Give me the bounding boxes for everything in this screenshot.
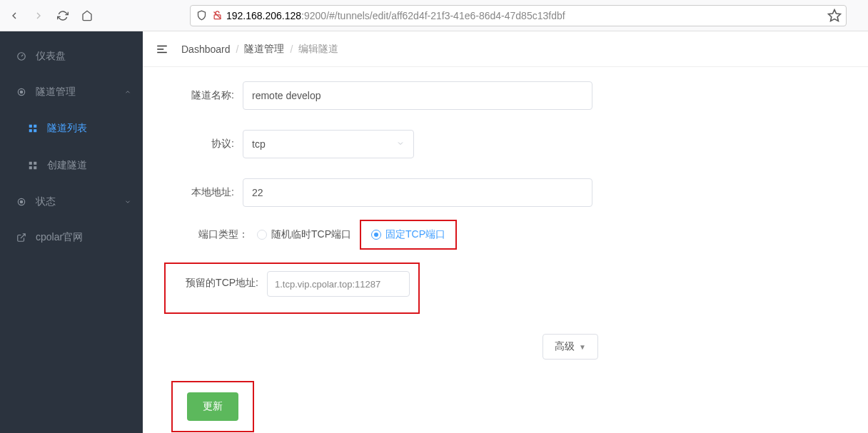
dashboard-icon xyxy=(16,51,27,62)
sidebar-item-label: 状态 xyxy=(36,195,56,208)
svg-rect-12 xyxy=(29,166,32,169)
local-addr-label: 本地地址: xyxy=(164,186,243,199)
svg-point-15 xyxy=(20,200,23,203)
back-button[interactable] xyxy=(7,9,21,23)
reload-button[interactable] xyxy=(56,9,70,23)
sidebar-item-label: 创建隧道 xyxy=(47,159,87,172)
radio-icon xyxy=(257,230,267,240)
advanced-button[interactable]: 高级 ▼ xyxy=(542,334,598,360)
topbar: Dashboard / 隧道管理 / 编辑隧道 xyxy=(143,31,868,67)
sidebar-item-status[interactable]: 状态 xyxy=(0,184,143,220)
sidebar-item-label: 仪表盘 xyxy=(36,50,66,63)
svg-rect-9 xyxy=(34,129,36,132)
sidebar-item-label: 隧道列表 xyxy=(47,122,87,135)
browser-toolbar: 192.168.206.128:9200/#/tunnels/edit/aff6… xyxy=(0,0,868,31)
external-link-icon xyxy=(16,232,27,243)
tunnel-name-input[interactable] xyxy=(243,81,592,110)
url-text: 192.168.206.128:9200/#/tunnels/edit/aff6… xyxy=(226,10,565,21)
breadcrumb-item[interactable]: 隧道管理 xyxy=(244,43,284,56)
sidebar-item-create-tunnel[interactable]: 创建隧道 xyxy=(0,147,143,184)
grid-icon xyxy=(27,123,39,134)
chevron-down-icon xyxy=(396,138,405,150)
sidebar-item-dashboard[interactable]: 仪表盘 xyxy=(0,39,143,74)
update-button[interactable]: 更新 xyxy=(187,392,238,421)
tunnel-name-label: 隧道名称: xyxy=(164,89,243,102)
bookmark-star-icon[interactable] xyxy=(827,9,842,23)
grid-icon xyxy=(27,160,39,171)
sidebar-item-label: cpolar官网 xyxy=(36,231,83,244)
sidebar-item-tunnel-mgmt[interactable]: 隧道管理 xyxy=(0,74,143,110)
svg-rect-10 xyxy=(29,162,32,165)
breadcrumb: Dashboard / 隧道管理 / 编辑隧道 xyxy=(181,43,338,56)
svg-rect-6 xyxy=(29,125,32,128)
home-button[interactable] xyxy=(80,9,94,23)
target-icon xyxy=(16,86,27,98)
protocol-select[interactable]: tcp xyxy=(243,130,414,158)
svg-rect-11 xyxy=(34,162,36,165)
chevron-up-icon xyxy=(124,86,131,98)
port-type-label: 端口类型： xyxy=(164,228,257,241)
address-bar[interactable]: 192.168.206.128:9200/#/tunnels/edit/aff6… xyxy=(190,5,847,26)
svg-rect-8 xyxy=(29,129,32,132)
breadcrumb-item[interactable]: Dashboard xyxy=(181,44,231,55)
target-icon xyxy=(16,196,27,208)
svg-rect-13 xyxy=(34,166,36,169)
forward-button[interactable] xyxy=(31,9,46,23)
breadcrumb-item: 编辑隧道 xyxy=(298,43,338,56)
local-addr-input[interactable] xyxy=(243,178,592,207)
lock-slash-icon xyxy=(211,9,223,22)
port-type-fixed-radio[interactable]: 固定TCP端口 xyxy=(371,228,445,241)
radio-icon xyxy=(371,230,381,240)
menu-toggle-icon[interactable] xyxy=(156,43,168,56)
chevron-down-icon xyxy=(124,196,131,208)
port-type-random-radio[interactable]: 随机临时TCP端口 xyxy=(257,228,351,241)
sidebar: 仪表盘 隧道管理 隧道列表 创建隧道 状态 cpolar官网 xyxy=(0,31,143,433)
svg-point-5 xyxy=(20,91,23,93)
sidebar-item-label: 隧道管理 xyxy=(36,86,76,98)
sidebar-item-cpolar-site[interactable]: cpolar官网 xyxy=(0,220,143,255)
protocol-label: 协议: xyxy=(164,138,243,151)
shield-icon xyxy=(195,9,208,22)
reserved-tcp-label: 预留的TCP地址: xyxy=(167,271,267,297)
svg-rect-7 xyxy=(34,125,36,128)
svg-marker-2 xyxy=(829,9,841,21)
caret-down-icon: ▼ xyxy=(579,343,586,351)
reserved-tcp-input[interactable] xyxy=(267,271,410,297)
sidebar-item-tunnel-list[interactable]: 隧道列表 xyxy=(0,110,143,147)
